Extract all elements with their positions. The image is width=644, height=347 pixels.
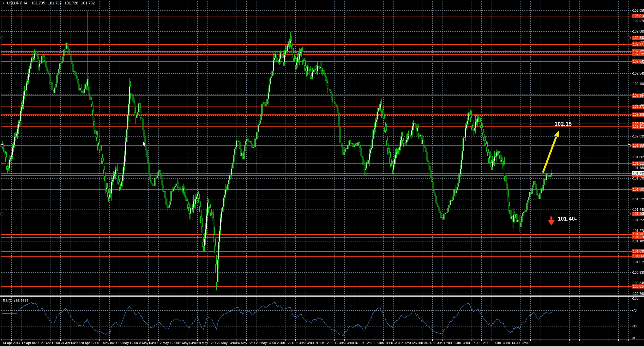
time-label: 17 Apr 04:00: [21, 341, 40, 345]
rsi-scale-label: 0: [633, 336, 635, 340]
time-label: 22 May 04:00: [217, 341, 237, 345]
time-label: 26 Jun 04:00: [413, 341, 432, 345]
time-label: 24 Apr 04:00: [61, 341, 80, 345]
symbol-label: USDJPY,H4: [7, 1, 27, 5]
time-label: 7 Jul 12:00: [473, 341, 489, 345]
time-label: 14 Apr 2014: [3, 341, 21, 345]
time-label: 2 Jun 12:00: [277, 341, 294, 345]
price-scale-label: 102.970: [633, 19, 644, 23]
price-scale-label: 101.355: [633, 218, 644, 222]
level-price-label: 102.364: [632, 94, 644, 98]
ohlc-high: 101.737: [48, 1, 62, 5]
time-label: 15 May 04:00: [178, 341, 198, 345]
time-label: 19 Jun 04:00: [374, 341, 393, 345]
time-label: 21 Apr 12:00: [41, 341, 60, 345]
rsi-scale-label: 70: [633, 308, 637, 312]
up-arrow-annotation[interactable]: [537, 126, 566, 177]
price-scale-label: 101.865: [633, 155, 644, 159]
price-scale-label: 102.035: [633, 134, 644, 138]
time-label: 9 Jun 12:00: [316, 341, 334, 345]
level-price-label: 102.832: [632, 36, 644, 40]
chart-title: ▼ USDJPY,H4 101.735 101.737 101.728 101.…: [3, 1, 95, 5]
price-scale-label: 103.055: [633, 9, 644, 12]
price-scale-label: 102.885: [633, 29, 644, 33]
level-price-label: 102.208: [632, 113, 644, 117]
level-price-label: 102.641: [632, 59, 644, 64]
time-label: 8 May 04:00: [139, 341, 158, 345]
price-scale-label: 101.440: [633, 208, 644, 211]
rsi-scale-label: 30: [633, 324, 637, 328]
time-label: 12 Jun 04:00: [335, 341, 354, 345]
level-price-label: 102.777: [632, 42, 644, 46]
bid-price-label: 101.732: [632, 171, 644, 175]
time-label: 19 May 12:00: [197, 341, 217, 345]
time-label: 10 Jul 04:00: [492, 341, 510, 345]
time-label: 3 Jul 04:00: [454, 341, 470, 345]
time-label: 5 May 12:00: [120, 341, 138, 345]
target-price-down[interactable]: 101.40-: [558, 216, 577, 222]
symbol-dropdown-icon[interactable]: ▼: [3, 2, 5, 5]
time-label: 28 Apr 12:00: [80, 341, 99, 345]
ohlc-low: 101.728: [64, 1, 78, 5]
pane-splitter[interactable]: [0, 295, 644, 297]
level-price-label: 101.811: [632, 161, 644, 166]
mouse-cursor: [142, 141, 147, 147]
level-price-label: 101.959: [632, 143, 644, 148]
level-price-label: 102.273: [632, 105, 644, 109]
price-scale-label: 101.525: [633, 197, 644, 201]
level-price-label: 101.099: [632, 249, 644, 253]
time-label: 5 Jun 04:00: [297, 341, 314, 345]
time-label: 30 Jun 12:00: [433, 341, 452, 345]
time-label: 1 May 04:00: [100, 341, 118, 345]
level-price-label: 100.814: [632, 284, 644, 289]
level-price-label: 101.060: [632, 254, 644, 258]
level-price-label: 101.603: [632, 187, 644, 192]
level-price-label: 101.405: [632, 212, 644, 216]
time-label: 23 Jun 12:00: [394, 341, 413, 345]
time-label: 12 May 12:00: [158, 341, 178, 345]
time-label: 14 Jul 12:00: [511, 341, 529, 345]
level-price-label: 102.112: [632, 125, 644, 129]
time-label: 26 May 12:00: [236, 341, 256, 345]
down-arrow-annotation[interactable]: [547, 216, 555, 226]
level-price-label: 101.216: [632, 235, 644, 239]
rsi-axis[interactable]: [632, 297, 644, 339]
time-label: 16 Jun 12:00: [354, 341, 374, 345]
ohlc-close: 101.732: [81, 1, 95, 5]
price-scale-label: 101.015: [633, 260, 644, 264]
level-price-label: 103.010: [632, 14, 644, 18]
price-scale-label: 102.545: [633, 71, 644, 75]
price-scale-label: 100.930: [633, 271, 644, 274]
price-scale-label: 102.460: [633, 82, 644, 86]
rsi-indicator-label: RSI(14) 65.6674: [3, 299, 28, 302]
mt4-chart-window: ▼ USDJPY,H4 101.735 101.737 101.728 101.…: [0, 0, 644, 347]
price-scale-label: 101.780: [633, 166, 644, 170]
ohlc-open: 101.735: [31, 1, 45, 5]
price-scale-label: 101.185: [633, 239, 644, 243]
time-label: 29 May 04:00: [256, 341, 276, 345]
level-price-label: 102.699: [632, 52, 644, 56]
